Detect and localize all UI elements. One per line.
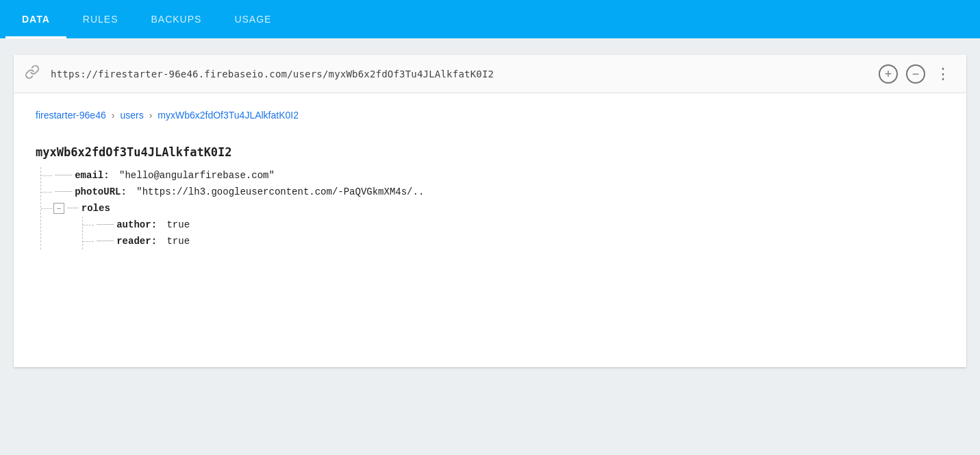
add-node-button[interactable]: +: [876, 62, 901, 86]
tree-item-email: ─── email: "hello@angularfirebase.com": [41, 167, 944, 184]
url-bar: https://firestarter-96e46.firebaseio.com…: [14, 55, 966, 93]
roles-key: roles: [81, 203, 110, 214]
more-vert-icon: ⋮: [935, 65, 951, 83]
breadcrumb: firestarter-96e46 › users › myxWb6x2fdOf…: [36, 110, 944, 121]
tab-usage[interactable]: USAGE: [218, 0, 288, 38]
data-content: firestarter-96e46 › users › myxWb6x2fdOf…: [14, 93, 966, 367]
tree-item-reader: ─── reader: true: [83, 233, 944, 249]
tab-backups[interactable]: BACKUPS: [135, 0, 218, 38]
data-panel: https://firestarter-96e46.firebaseio.com…: [14, 55, 966, 367]
data-tree: myxWb6x2fdOf3Tu4JLAlkfatK0I2 ─── email: …: [36, 143, 944, 249]
minus-circle-icon: −: [906, 64, 925, 84]
tree-level1-container: ─── email: "hello@angularfirebase.com" ─…: [40, 167, 944, 249]
tree-root-key: myxWb6x2fdOf3Tu4JLAlkfatK0I2: [36, 143, 944, 167]
add-circle-icon: +: [879, 64, 898, 84]
tab-rules[interactable]: RULES: [66, 0, 135, 38]
tab-data[interactable]: DATA: [5, 0, 66, 38]
url-text: https://firestarter-96e46.firebaseio.com…: [51, 69, 876, 79]
tree-item-photoURL: ─── photoURL: "https://lh3.googleusercon…: [41, 184, 944, 200]
breadcrumb-users[interactable]: users: [120, 110, 143, 121]
main-content: https://firestarter-96e46.firebaseio.com…: [0, 38, 980, 455]
link-icon[interactable]: [25, 64, 40, 83]
breadcrumb-sep-1: ›: [112, 110, 115, 121]
collapse-roles-button[interactable]: −: [53, 203, 64, 214]
top-navigation: DATA RULES BACKUPS USAGE: [0, 0, 980, 38]
breadcrumb-sep-2: ›: [149, 110, 153, 121]
tree-roles-header: − ── roles: [41, 200, 944, 217]
breadcrumb-root[interactable]: firestarter-96e46: [36, 110, 106, 121]
tree-item-roles: − ── roles ─── author: true: [41, 200, 944, 249]
url-bar-actions: + − ⋮: [876, 62, 955, 86]
tree-roles-children: ─── author: true ─── reader: true: [82, 217, 944, 249]
remove-node-button[interactable]: −: [903, 62, 928, 86]
more-options-button[interactable]: ⋮: [931, 62, 955, 86]
tree-item-author: ─── author: true: [83, 217, 944, 233]
breadcrumb-record-id[interactable]: myxWb6x2fdOf3Tu4JLAlkfatK0I2: [158, 110, 299, 121]
